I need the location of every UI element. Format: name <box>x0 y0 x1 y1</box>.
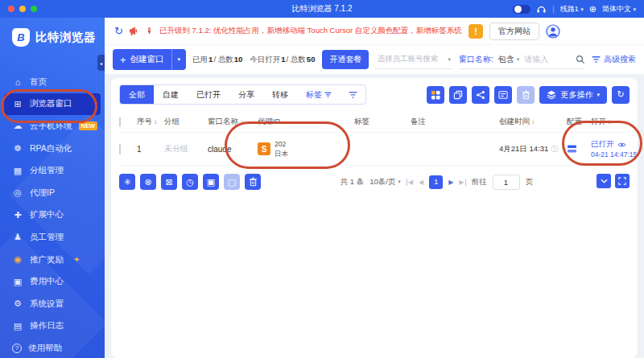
tab-all[interactable]: 全部 <box>120 85 154 104</box>
sidebar-item-staff-manage[interactable]: ♟ 员工管理 <box>4 226 101 249</box>
proxy-location: 日本 <box>275 150 288 158</box>
tab-transferred[interactable]: 转移 <box>263 85 297 104</box>
arrange-windows-button[interactable]: ▣ <box>203 174 219 190</box>
collapse-panel-button[interactable] <box>597 174 611 188</box>
fullscreen-button[interactable] <box>615 174 630 188</box>
refresh-button[interactable]: ↻ <box>612 86 630 104</box>
plus-icon: + <box>120 54 126 66</box>
more-actions-button[interactable]: 更多操作 ▾ <box>539 86 607 104</box>
column-group: 分组 <box>164 117 208 127</box>
opened-at: 04-21 14:47:15 <box>591 150 637 158</box>
today-open-stat: 今日打开1/ 总数50 <box>250 55 316 65</box>
column-name[interactable]: 窗口名称↓ <box>208 117 258 127</box>
column-seq[interactable]: 序号↓ <box>137 117 164 127</box>
staff-icon: ♟ <box>12 232 23 242</box>
close-windows-button[interactable]: ⊠ <box>161 174 177 190</box>
sidebar-item-rpa[interactable]: ☸ RPA自动化 <box>4 138 101 160</box>
sidebar-collapse-handle[interactable]: ◂ <box>97 55 105 71</box>
row-checkbox[interactable] <box>119 144 121 154</box>
tab-filter-icon[interactable] <box>341 91 365 99</box>
create-window-button[interactable]: + 创建窗口 <box>113 49 171 70</box>
staff-account-select[interactable]: 选择员工账号搜索 ▾ <box>375 50 452 69</box>
goto-page-input[interactable] <box>493 175 520 190</box>
open-plan-button[interactable]: 开通套餐 <box>322 50 369 69</box>
sidebar-item-browser-windows[interactable]: ⊞ 浏览器窗口 <box>4 93 101 116</box>
column-tag: 标签 <box>354 117 411 127</box>
window-controls <box>8 6 37 12</box>
sidebar-item-group-manage[interactable]: ▦ 分组管理 <box>4 159 101 182</box>
pagination: 共 1 条 10条/页 ▾ ◀ ◀ 1 ▶ ▶ 前往 页 <box>341 175 533 190</box>
share-button[interactable] <box>472 86 489 104</box>
prev-page-button[interactable]: ◀ <box>419 179 423 186</box>
zoom-window-button[interactable] <box>31 6 37 12</box>
clear-cache-button[interactable]: ▢ <box>224 174 240 190</box>
language-selector[interactable]: 简体中文 ▾ <box>602 4 636 14</box>
alert-button[interactable]: ! <box>469 24 483 39</box>
avatar[interactable] <box>546 24 560 39</box>
layout-grid-button[interactable] <box>427 86 444 104</box>
info-icon[interactable]: ⓘ <box>551 144 558 154</box>
trash-button[interactable] <box>245 174 261 190</box>
sidebar-item-extension-center[interactable]: ✚ 扩展中心 <box>4 204 101 227</box>
current-page[interactable]: 1 <box>429 175 443 189</box>
banner-refresh-icon[interactable]: ↻ <box>114 25 123 37</box>
line-selector[interactable]: 线路1 ▾ <box>560 4 584 14</box>
minimize-window-button[interactable] <box>19 6 26 12</box>
close-all-button[interactable]: ⊗ <box>140 174 156 190</box>
row-window-name[interactable]: claude <box>208 145 258 154</box>
official-website-button[interactable]: 官方网站 <box>489 23 539 40</box>
table-row[interactable]: 1 未分组 claude S 202 日本 4月21日 <box>119 132 630 166</box>
clone-window-button[interactable] <box>449 86 467 104</box>
rpa-icon: ☸ <box>12 143 23 154</box>
row-open-status[interactable]: 已打开 04-21 14:47:15 <box>591 139 644 158</box>
sidebar-item-operation-log[interactable]: ▤ 操作日志 <box>4 315 101 338</box>
tab-shared[interactable]: 分享 <box>229 85 263 104</box>
next-page-button[interactable]: ▶ <box>448 179 453 186</box>
tab-self-created[interactable]: 自建 <box>154 85 188 104</box>
support-headset-icon[interactable] <box>536 4 547 14</box>
titlebar-divider: | <box>552 5 554 13</box>
table-footer: ✳ ⊗ ⊠ ◷ ▣ ▢ <box>119 174 630 190</box>
browser-windows-icon: ⊞ <box>12 99 23 109</box>
main-area: ↻ 已升级到 7.1.2: 优化性能占用，新增移动端 Touch Cursor … <box>105 18 644 358</box>
total-count: 共 1 条 <box>341 177 365 187</box>
sidebar-item-system-settings[interactable]: ⚙ 系统设置 <box>4 293 101 315</box>
search-icon[interactable] <box>576 55 585 64</box>
create-window-button-group: + 创建窗口 ▾ <box>113 49 186 70</box>
page-unit-label: 页 <box>526 177 534 187</box>
sidebar: B 比特浏览器 ◂ ⌂ 首页 ⊞ 浏览器窗口 ☁ 云手机环境 NEW ☸ RPA… <box>0 18 105 358</box>
column-open[interactable]: 打开↓ <box>591 117 644 127</box>
table-header: 序号↓ 分组 窗口名称↓ 代理IP 标签 备注 创建时间↓ 配置 打开↓ <box>119 111 630 132</box>
sidebar-item-cloud-phone[interactable]: ☁ 云手机环境 NEW <box>4 115 101 138</box>
advanced-search-button[interactable]: 高级搜索 <box>592 54 636 65</box>
tab-opened[interactable]: 已打开 <box>188 85 229 104</box>
sidebar-item-promotion[interactable]: ◉ 推广奖励 ✦ <box>4 249 101 271</box>
sidebar-menu: ⌂ 首页 ⊞ 浏览器窗口 ☁ 云手机环境 NEW ☸ RPA自动化 ▦ 分组管理… <box>0 71 105 358</box>
first-page-button[interactable]: ◀ <box>407 179 413 186</box>
open-all-button[interactable]: ✳ <box>119 174 135 190</box>
sidebar-item-billing-center[interactable]: ▣ 费用中心 <box>4 270 101 293</box>
table-actions: 更多操作 ▾ ↻ <box>427 86 630 104</box>
theme-toggle[interactable] <box>513 5 530 14</box>
row-config-button[interactable] <box>567 144 591 154</box>
history-button[interactable]: ◷ <box>182 174 198 190</box>
sidebar-item-help[interactable]: ? 使用帮助 <box>4 337 101 358</box>
page-size-select[interactable]: 10条/页 ▾ <box>369 177 401 187</box>
banner-message: 已升级到 7.1.2: 优化性能占用，新增移动端 Touch Cursor 自定… <box>159 26 463 36</box>
close-window-button[interactable] <box>8 6 14 12</box>
last-page-button[interactable]: ▶ <box>459 179 465 186</box>
sidebar-item-proxy-ip[interactable]: ◎ 代理IP <box>4 182 101 204</box>
column-created[interactable]: 创建时间↓ <box>499 117 567 127</box>
create-window-dropdown[interactable]: ▾ <box>171 49 187 70</box>
sidebar-item-home[interactable]: ⌂ 首页 <box>4 71 101 93</box>
delete-button[interactable] <box>517 86 535 104</box>
browser-windows-card: 全部 自建 已打开 分享 转移 标签 <box>111 78 638 358</box>
window-name-input[interactable] <box>524 55 571 64</box>
proxy-ip-icon: ◎ <box>12 187 23 198</box>
batch-group-button[interactable] <box>494 86 512 104</box>
select-all-checkbox[interactable] <box>119 117 121 127</box>
goto-label: 前往 <box>472 177 487 187</box>
contains-select[interactable]: 包含 ▾ <box>498 54 520 65</box>
window-name-search: 窗口名称: 包含 ▾ <box>459 50 585 69</box>
tab-labels[interactable]: 标签 <box>297 85 341 104</box>
